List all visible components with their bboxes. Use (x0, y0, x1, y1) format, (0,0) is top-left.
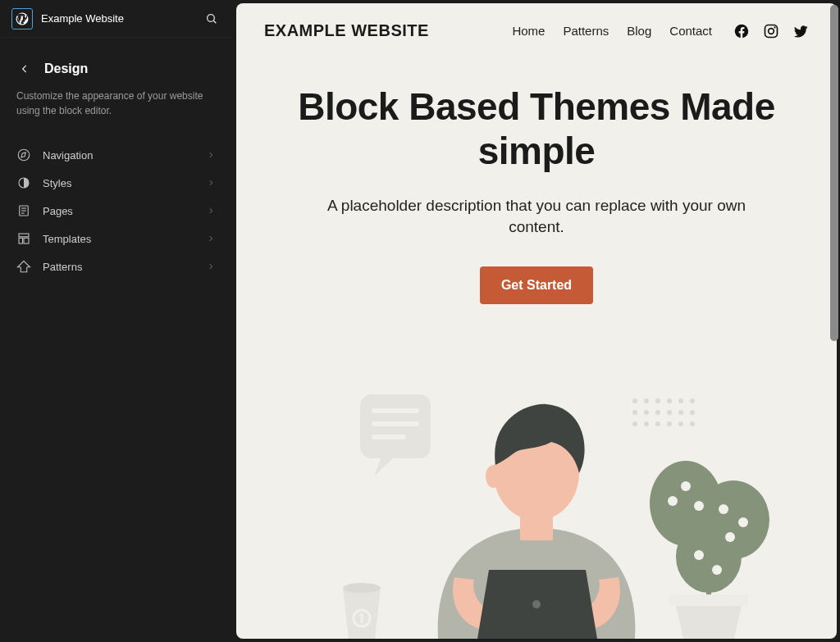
svg-point-22 (655, 398, 660, 403)
instagram-icon[interactable] (763, 23, 779, 39)
svg-point-46 (725, 532, 735, 542)
sidebar-topbar: Example Website (0, 0, 233, 38)
svg-point-26 (632, 410, 637, 415)
preview-social-icons (733, 23, 809, 39)
sidebar-menu: Navigation Styles Pages Templates (0, 141, 233, 280)
svg-rect-10 (19, 238, 23, 244)
svg-point-37 (690, 421, 695, 426)
chevron-right-icon (205, 177, 217, 189)
nav-link-blog[interactable]: Blog (627, 24, 651, 38)
nav-link-patterns[interactable]: Patterns (563, 24, 609, 38)
site-preview[interactable]: EXAMPLE WEBSITE Home Patterns Blog Conta… (236, 3, 837, 639)
preview-stage: EXAMPLE WEBSITE Home Patterns Blog Conta… (233, 0, 840, 642)
svg-point-31 (690, 410, 695, 415)
svg-point-2 (18, 149, 30, 161)
twitter-icon[interactable] (792, 23, 809, 39)
svg-point-36 (678, 421, 683, 426)
hero-subheadline: A placeholder description that you can r… (307, 195, 766, 239)
preview-brand[interactable]: EXAMPLE WEBSITE (264, 21, 429, 40)
site-title: Example Website (41, 12, 124, 25)
sidebar-item-navigation[interactable]: Navigation (0, 141, 233, 169)
svg-point-35 (667, 421, 672, 426)
svg-marker-16 (374, 458, 393, 476)
half-circle-icon (16, 175, 31, 190)
preview-header: EXAMPLE WEBSITE Home Patterns Blog Conta… (236, 3, 837, 40)
sidebar-item-label: Styles (43, 177, 71, 189)
chevron-right-icon (205, 205, 217, 216)
vertical-scrollbar[interactable] (830, 5, 838, 341)
wordpress-icon[interactable] (11, 8, 33, 30)
svg-point-44 (719, 504, 728, 514)
preview-nav: Home Patterns Blog Contact (512, 24, 712, 38)
chevron-right-icon (205, 261, 217, 272)
svg-point-24 (678, 398, 683, 403)
svg-point-14 (774, 26, 776, 28)
sidebar-item-patterns[interactable]: Patterns (0, 253, 233, 280)
panel-header: Design (0, 38, 233, 77)
svg-point-28 (655, 410, 660, 415)
panel-title: Design (44, 61, 88, 76)
sidebar-item-label: Navigation (43, 149, 93, 162)
svg-point-42 (681, 481, 691, 491)
sidebar-brand[interactable]: Example Website (11, 8, 124, 30)
svg-point-47 (694, 550, 704, 560)
sidebar-item-label: Pages (43, 205, 73, 217)
patterns-icon (16, 259, 31, 274)
svg-point-20 (632, 398, 637, 403)
svg-point-57 (532, 600, 541, 608)
sidebar-item-templates[interactable]: Templates (0, 225, 233, 253)
svg-point-27 (644, 410, 649, 415)
svg-point-56 (486, 465, 502, 488)
svg-point-51 (343, 583, 381, 593)
chevron-right-icon (205, 149, 217, 161)
compass-icon (16, 148, 31, 162)
svg-point-33 (644, 421, 649, 426)
sidebar-item-pages[interactable]: Pages (0, 197, 233, 225)
hero-illustration (236, 319, 837, 639)
editor-sidebar: Example Website Design Customize the app… (0, 0, 233, 642)
svg-point-43 (694, 501, 704, 511)
search-button[interactable] (202, 9, 221, 29)
nav-link-home[interactable]: Home (512, 24, 545, 38)
hero-section: Block Based Themes Made simple A placeho… (236, 40, 837, 319)
svg-point-23 (667, 398, 672, 403)
svg-point-30 (678, 410, 683, 415)
svg-point-29 (667, 410, 672, 415)
svg-rect-50 (669, 594, 748, 606)
svg-point-21 (644, 398, 649, 403)
layout-icon (16, 231, 31, 246)
svg-rect-11 (24, 238, 29, 244)
svg-point-25 (690, 398, 695, 403)
svg-point-0 (208, 14, 215, 21)
svg-rect-9 (19, 234, 29, 237)
page-icon (16, 203, 31, 218)
facebook-icon[interactable] (733, 23, 750, 39)
svg-point-34 (655, 421, 660, 426)
get-started-button[interactable]: Get Started (480, 266, 593, 304)
sidebar-item-label: Templates (43, 233, 91, 245)
panel-description: Customize the appearance of your website… (0, 77, 233, 118)
chevron-right-icon (205, 233, 217, 244)
svg-point-45 (738, 517, 748, 527)
hero-headline: Block Based Themes Made simple (277, 84, 796, 174)
sidebar-item-styles[interactable]: Styles (0, 169, 233, 197)
svg-line-1 (213, 20, 216, 23)
svg-point-48 (712, 565, 722, 575)
sidebar-item-label: Patterns (43, 261, 82, 273)
back-button[interactable] (16, 61, 33, 77)
svg-point-13 (769, 28, 774, 34)
svg-point-32 (632, 421, 637, 426)
nav-link-contact[interactable]: Contact (669, 24, 712, 38)
svg-marker-3 (21, 153, 25, 157)
svg-point-41 (668, 496, 678, 506)
